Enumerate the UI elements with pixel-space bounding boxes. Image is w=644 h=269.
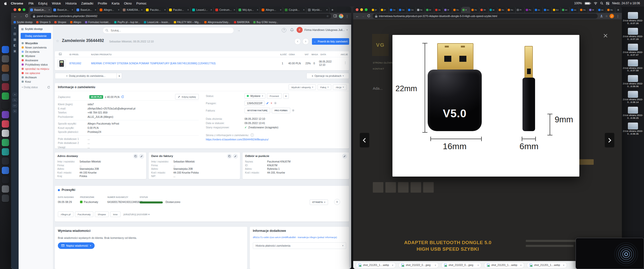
allegro-transaction-link[interactable]: df021c71-ceb6-11ec-a4c4-1949ffcabdb8 - t… xyxy=(253,236,347,239)
browser-tab[interactable]: LeaseLi... × xyxy=(191,7,214,13)
column-header[interactable]: VAT xyxy=(305,53,309,56)
dock-app-icon[interactable] xyxy=(2,167,9,174)
thumbnail[interactable] xyxy=(385,182,396,193)
pack-button[interactable]: Pakuj▾ xyxy=(317,84,331,90)
add-order-button[interactable]: Dodaj zamówienie xyxy=(21,33,51,39)
carrier-tab-button[interactable]: Inne xyxy=(110,211,120,217)
apple-menu-icon[interactable] xyxy=(4,2,7,5)
menu-bar-clock[interactable]: Niedz. 24.07 o 18:06 xyxy=(612,2,640,5)
bookmark-item[interactable]: Allegro xyxy=(70,21,81,24)
browser-tab[interactable]: Wyniki... × xyxy=(306,7,330,13)
toggle-carriers-link[interactable]: pokaż/ukryj pozostałe ▾ xyxy=(124,213,150,216)
dock-app-icon[interactable] xyxy=(2,55,9,63)
wifi-icon[interactable] xyxy=(594,2,597,5)
rail-products-icon[interactable]: ▦ xyxy=(13,38,16,41)
download-item[interactable]: shot_211022_0....jpeg ▾ xyxy=(398,262,439,268)
rail-module-badge[interactable]: AI xyxy=(13,93,17,96)
prev-order-button[interactable]: ‹ xyxy=(294,38,301,45)
account-menu[interactable]: F Firma Handlowo Usługowa Juli... ▾ xyxy=(297,27,348,33)
column-header[interactable]: NAZWA PRODUKTU xyxy=(91,53,111,56)
tab-close-icon[interactable]: × xyxy=(187,8,189,11)
tab-close-icon[interactable]: × xyxy=(280,8,281,11)
dock-app-icon[interactable] xyxy=(2,185,9,193)
bookmark-item[interactable]: Shopee S xyxy=(36,21,51,24)
browser-tab[interactable]: BaseLin... × xyxy=(52,7,75,13)
actions-button[interactable]: Akcje▾ xyxy=(333,84,347,90)
browser-tab[interactable]: Centrum... × xyxy=(214,7,237,13)
reload-button[interactable] xyxy=(25,14,29,18)
profile-avatar[interactable] xyxy=(339,14,343,18)
next-order-button[interactable]: › xyxy=(302,38,309,45)
issue-invoice-button[interactable]: WYSTAW FAKTURĘ xyxy=(245,108,270,113)
forward-button[interactable]: → xyxy=(361,14,365,18)
copy-icon[interactable] xyxy=(133,154,138,159)
browser-tab[interactable]: [H xyxy=(380,7,389,13)
chevron-down-icon[interactable]: ▾ xyxy=(392,264,393,266)
product-name-link[interactable]: MIERNIK CYFROWY DT9208A SONDA POMIAR TEM… xyxy=(91,62,267,65)
dock-app-icon[interactable] xyxy=(2,195,9,202)
browser-tab[interactable]: eu xyxy=(543,7,552,13)
menu-item[interactable]: Zakładki xyxy=(81,2,93,5)
chevron-down-icon[interactable]: ▾ xyxy=(477,264,479,266)
tab-close-icon[interactable]: × xyxy=(303,8,305,11)
rail-module-badge[interactable]: OL xyxy=(13,98,17,102)
tab-close-icon[interactable]: × xyxy=(211,8,212,11)
bookmark-item[interactable]: BARBORA xyxy=(234,21,250,24)
dock-app-icon[interactable] xyxy=(2,111,9,118)
tab-close-icon[interactable]: × xyxy=(118,8,119,11)
browser-tab[interactable]: Hu xyxy=(606,7,615,13)
write-message-button[interactable]: Napisz wiadomość ▾ xyxy=(58,242,95,249)
tab-close-icon[interactable]: × xyxy=(49,8,50,11)
help-icon[interactable]: ? xyxy=(282,28,286,32)
browser-tab[interactable]: Ce xyxy=(398,7,407,13)
menu-item[interactable]: Pomoc xyxy=(136,2,146,5)
product-thumbnail-image[interactable] xyxy=(57,59,66,68)
browser-tab[interactable]: Mój dys... × xyxy=(237,7,260,13)
invoice-settings-gear-icon[interactable] xyxy=(292,109,295,112)
tab-close-icon[interactable]: × xyxy=(164,8,166,11)
pro-forma-button[interactable]: PRO FORMA xyxy=(272,108,290,113)
download-icon[interactable] xyxy=(599,14,603,18)
menu-app-name[interactable]: Chrome xyxy=(11,2,23,5)
browser-tab[interactable]: BaseLin... × xyxy=(75,7,98,13)
browser-tab[interactable]: Czujnik... × xyxy=(283,7,306,13)
product-operations-button[interactable]: ≡ Operacje na produktach ▾ xyxy=(306,73,349,79)
window-minimize-button[interactable] xyxy=(360,8,363,11)
tab-close-icon[interactable]: × xyxy=(72,8,73,11)
edit-payment-button[interactable]: Edytuj wpłatę xyxy=(175,94,199,99)
dock-app-icon[interactable] xyxy=(2,92,9,100)
menu-dots-icon[interactable]: ⋮ xyxy=(345,14,349,18)
menu-item[interactable]: Edytuj xyxy=(38,2,47,5)
refresh-payment-icon[interactable] xyxy=(121,95,124,98)
tab-close-icon[interactable]: × xyxy=(141,8,143,11)
dock-app-icon[interactable] xyxy=(2,120,9,128)
browser-tab[interactable]: Hu xyxy=(452,7,461,13)
window-close-button[interactable] xyxy=(356,8,358,11)
side-panel-icon[interactable] xyxy=(333,14,337,18)
dock-app-icon[interactable] xyxy=(2,65,9,72)
menu-item[interactable]: Okno xyxy=(124,2,132,5)
info-icon[interactable]: i xyxy=(251,133,254,137)
column-header[interactable]: WAGA xyxy=(311,53,318,56)
thumbnail[interactable] xyxy=(398,182,409,193)
window-minimize-button[interactable] xyxy=(18,8,21,11)
browser-tab[interactable]: W xyxy=(588,7,597,13)
move-status-caret-button[interactable]: ▾ xyxy=(283,93,289,99)
bookmark-star-icon[interactable]: ☆ xyxy=(326,15,329,18)
add-products-button[interactable]: + Dodaj produkty do zamówienia... xyxy=(55,73,117,79)
desktop-file[interactable]: Zrzut ekranu 2022-0...8.07.26 xyxy=(622,12,643,25)
bookmark-item[interactable]: Formularz kontakt... xyxy=(85,21,110,24)
rail-reports-icon[interactable]: ▣ xyxy=(13,49,16,52)
browser-tab[interactable]: W xyxy=(443,7,452,13)
spotlight-search-icon[interactable] xyxy=(600,2,603,5)
sidebar-status-item[interactable]: Do wysłania xyxy=(19,49,53,54)
shop-logo[interactable]: VG xyxy=(372,34,389,56)
download-item[interactable]: shot_211022_0....jpeg ▾ xyxy=(441,262,481,268)
rail-orders-icon[interactable]: ▤ xyxy=(13,32,16,35)
favorite-star-icon[interactable]: ☆ xyxy=(56,39,59,43)
browser-tab[interactable]: KAMERA... × xyxy=(121,7,144,13)
rail-module-badge[interactable]: EX xyxy=(13,104,17,107)
desktop-file[interactable]: Zrzut ekranu 2022-0...8.07.47 xyxy=(622,44,643,57)
order-status-select[interactable]: Wysłane ▾ xyxy=(245,93,265,99)
lightbox-next-button[interactable] xyxy=(605,133,614,147)
